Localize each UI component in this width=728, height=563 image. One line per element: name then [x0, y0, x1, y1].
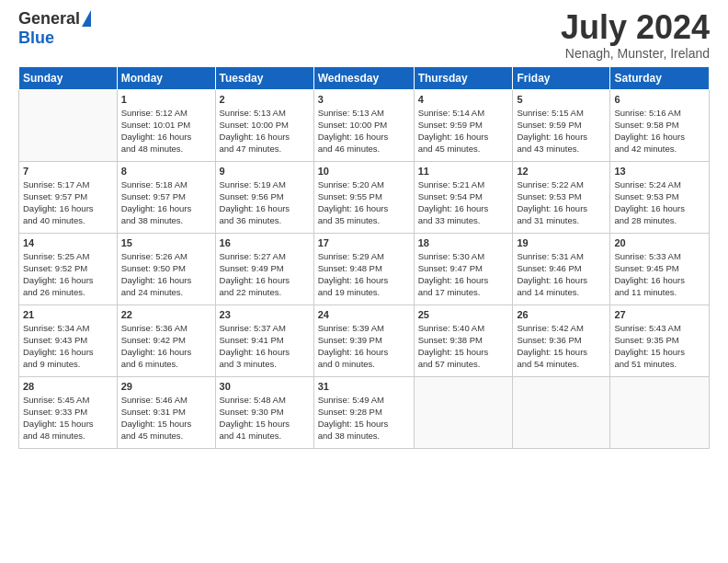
cell-content-line: Sunset: 9:53 PM — [614, 191, 705, 203]
calendar-cell: 8Sunrise: 5:18 AMSunset: 9:57 PMDaylight… — [117, 161, 215, 233]
cell-content-line: Daylight: 16 hours — [418, 132, 509, 144]
cell-content-line: Daylight: 16 hours — [318, 203, 410, 215]
cell-content-line: Daylight: 16 hours — [121, 203, 211, 215]
cell-content-line: and 41 minutes. — [220, 431, 310, 442]
logo-blue-text: Blue — [18, 29, 54, 48]
day-number: 9 — [220, 165, 310, 178]
cell-content-line: Sunrise: 5:20 AM — [318, 179, 410, 191]
day-number: 10 — [318, 165, 410, 178]
day-number: 2 — [220, 93, 310, 107]
cell-content-line: Daylight: 16 hours — [318, 347, 410, 359]
day-number: 15 — [121, 236, 211, 250]
cell-content-line: Sunrise: 5:30 AM — [418, 251, 509, 263]
cell-content-line: Sunset: 9:39 PM — [318, 335, 410, 347]
cell-content-line: Sunrise: 5:13 AM — [318, 108, 410, 120]
calendar-table: SundayMondayTuesdayWednesdayThursdayFrid… — [18, 66, 710, 449]
calendar-cell: 23Sunrise: 5:37 AMSunset: 9:41 PMDayligh… — [215, 304, 313, 376]
cell-content-line: Sunset: 9:35 PM — [614, 335, 705, 347]
day-number: 29 — [121, 380, 211, 394]
day-number: 31 — [318, 380, 410, 394]
calendar-cell — [19, 89, 118, 161]
cell-content-line: Sunrise: 5:21 AM — [418, 179, 509, 191]
cell-content-line: Sunrise: 5:42 AM — [517, 323, 606, 335]
day-number: 27 — [614, 308, 705, 322]
day-number: 22 — [121, 308, 211, 322]
header-day: Thursday — [414, 66, 513, 89]
calendar-cell: 4Sunrise: 5:14 AMSunset: 9:59 PMDaylight… — [414, 89, 513, 161]
cell-content-line: Daylight: 16 hours — [517, 203, 606, 215]
cell-content-line: and 17 minutes. — [418, 287, 509, 299]
cell-content-line: and 24 minutes. — [121, 287, 211, 299]
cell-content-line: and 47 minutes. — [220, 144, 310, 155]
cell-content-line: Sunset: 10:00 PM — [220, 120, 310, 132]
day-number: 21 — [23, 308, 113, 322]
cell-content-line: Sunset: 9:33 PM — [23, 407, 113, 419]
cell-content-line: Daylight: 16 hours — [614, 275, 705, 287]
cell-content-line: Sunrise: 5:29 AM — [318, 251, 410, 263]
cell-content-line: and 6 minutes. — [121, 359, 211, 371]
day-number: 6 — [614, 93, 705, 107]
calendar-week-row: 28Sunrise: 5:45 AMSunset: 9:33 PMDayligh… — [19, 376, 710, 448]
cell-content-line: and 3 minutes. — [220, 359, 310, 371]
cell-content-line: and 22 minutes. — [220, 287, 310, 299]
day-number: 18 — [418, 236, 509, 250]
cell-content-line: Daylight: 16 hours — [517, 275, 606, 287]
cell-content-line: Sunset: 9:53 PM — [517, 191, 606, 203]
cell-content-line: and 40 minutes. — [23, 215, 113, 227]
calendar-cell: 10Sunrise: 5:20 AMSunset: 9:55 PMDayligh… — [313, 161, 414, 233]
cell-content-line: Sunset: 9:36 PM — [517, 335, 606, 347]
cell-content-line: Sunrise: 5:24 AM — [614, 179, 705, 191]
calendar-cell: 31Sunrise: 5:49 AMSunset: 9:28 PMDayligh… — [313, 376, 414, 448]
cell-content-line: and 31 minutes. — [517, 215, 606, 227]
cell-content-line: Sunset: 10:00 PM — [318, 120, 410, 132]
cell-content-line: Sunrise: 5:40 AM — [418, 323, 509, 335]
calendar-cell: 26Sunrise: 5:42 AMSunset: 9:36 PMDayligh… — [513, 304, 610, 376]
calendar-cell: 28Sunrise: 5:45 AMSunset: 9:33 PMDayligh… — [19, 376, 118, 448]
cell-content-line: Sunrise: 5:46 AM — [121, 395, 211, 407]
cell-content-line: and 36 minutes. — [220, 215, 310, 227]
cell-content-line: Daylight: 16 hours — [418, 203, 509, 215]
cell-content-line: Daylight: 16 hours — [23, 347, 113, 359]
cell-content-line: and 11 minutes. — [614, 287, 705, 299]
cell-content-line: and 0 minutes. — [318, 359, 410, 371]
month-title: July 2024 — [561, 9, 710, 46]
cell-content-line: Sunrise: 5:45 AM — [23, 395, 113, 407]
calendar-cell: 29Sunrise: 5:46 AMSunset: 9:31 PMDayligh… — [117, 376, 215, 448]
day-number: 19 — [517, 236, 606, 250]
day-number: 13 — [614, 165, 705, 178]
calendar-cell: 6Sunrise: 5:16 AMSunset: 9:58 PMDaylight… — [610, 89, 710, 161]
calendar-cell: 17Sunrise: 5:29 AMSunset: 9:48 PMDayligh… — [313, 233, 414, 304]
day-number: 12 — [517, 165, 606, 178]
cell-content-line: Sunrise: 5:49 AM — [318, 395, 410, 407]
cell-content-line: Sunrise: 5:27 AM — [220, 251, 310, 263]
logo-general-text: General — [18, 9, 80, 29]
cell-content-line: Sunset: 9:45 PM — [614, 263, 705, 275]
calendar-cell: 30Sunrise: 5:48 AMSunset: 9:30 PMDayligh… — [215, 376, 313, 448]
calendar-cell: 20Sunrise: 5:33 AMSunset: 9:45 PMDayligh… — [610, 233, 710, 304]
cell-content-line: and 9 minutes. — [23, 359, 113, 371]
cell-content-line: Daylight: 15 hours — [121, 419, 211, 431]
cell-content-line: Sunset: 9:49 PM — [220, 263, 310, 275]
cell-content-line: Daylight: 16 hours — [220, 203, 310, 215]
cell-content-line: Sunrise: 5:26 AM — [121, 251, 211, 263]
cell-content-line: Daylight: 16 hours — [318, 132, 410, 144]
cell-content-line: Sunset: 9:58 PM — [614, 120, 705, 132]
cell-content-line: Sunset: 9:43 PM — [23, 335, 113, 347]
cell-content-line: Sunset: 9:46 PM — [517, 263, 606, 275]
calendar-cell: 7Sunrise: 5:17 AMSunset: 9:57 PMDaylight… — [19, 161, 118, 233]
header-day: Tuesday — [215, 66, 313, 89]
cell-content-line: and 38 minutes. — [121, 215, 211, 227]
cell-content-line: Sunset: 9:28 PM — [318, 407, 410, 419]
header-day: Friday — [513, 66, 610, 89]
cell-content-line: Daylight: 16 hours — [121, 132, 211, 144]
cell-content-line: Sunset: 9:48 PM — [318, 263, 410, 275]
day-number: 16 — [220, 236, 310, 250]
calendar-cell: 16Sunrise: 5:27 AMSunset: 9:49 PMDayligh… — [215, 233, 313, 304]
header: General Blue July 2024 Nenagh, Munster, … — [18, 9, 710, 61]
day-number: 24 — [318, 308, 410, 322]
calendar-cell: 12Sunrise: 5:22 AMSunset: 9:53 PMDayligh… — [513, 161, 610, 233]
cell-content-line: Daylight: 16 hours — [418, 275, 509, 287]
calendar-cell: 14Sunrise: 5:25 AMSunset: 9:52 PMDayligh… — [19, 233, 118, 304]
cell-content-line: Sunrise: 5:17 AM — [23, 179, 113, 191]
cell-content-line: Daylight: 16 hours — [121, 275, 211, 287]
